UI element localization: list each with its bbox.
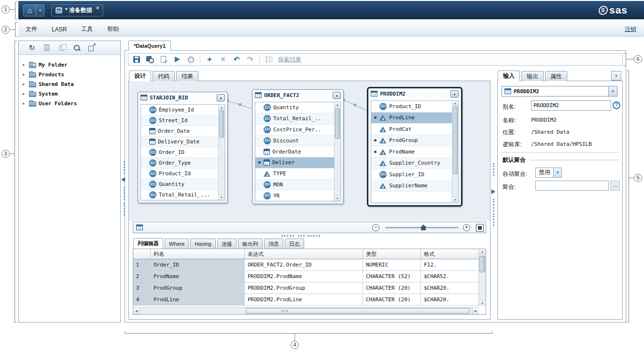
add-table-button[interactable] [205,55,214,64]
grid-cell-name[interactable]: ProdName [151,271,245,282]
scroll-right-icon[interactable] [472,308,479,314]
scroll-down-icon[interactable] [479,300,486,306]
grid-cell-name[interactable]: ProdGroup [151,282,245,294]
schedule-button[interactable] [186,55,195,64]
column-row[interactable]: Street_Id [141,115,224,126]
menu-file[interactable]: 文件 [18,22,44,36]
column-row[interactable]: ProdGroup [371,135,458,147]
grid-header-name[interactable]: 列名 [151,249,245,259]
table-node-header[interactable]: ORDER_FACT2 [252,90,343,100]
collapse-node-button[interactable] [450,90,459,98]
explore-results-link[interactable]: 探索结果 [278,56,301,64]
column-row[interactable]: ProdName [371,146,458,158]
export-button[interactable] [87,43,96,52]
redo-button[interactable] [246,55,254,64]
splitter-handle[interactable] [493,199,494,211]
grid-cell-format[interactable]: F12. [421,259,479,271]
column-row[interactable]: CostPrice_Per.. [255,125,340,136]
grid-cell-expression[interactable]: ORDER_FACT2.Order_ID [245,259,363,271]
column-row[interactable]: ProdCat [371,124,458,135]
column-row-selected[interactable]: ProdLine [371,112,458,124]
search-button[interactable] [72,43,81,52]
aggregation-input[interactable] [535,181,609,191]
save-as-button[interactable] [146,55,154,64]
collapse-node-button[interactable] [217,94,225,101]
chevron-down-icon[interactable] [553,168,561,177]
tab-join[interactable]: 连接 [217,239,237,249]
grid-cell-type[interactable]: CHARACTER (20) [363,282,421,294]
scroll-down-icon[interactable] [335,196,340,201]
auto-aggregation-dropdown[interactable]: 禁用 [535,168,562,178]
grid-scrollbar-horizontal[interactable] [133,307,479,314]
save-button[interactable] [132,55,141,64]
table-node-header[interactable]: PRODDIM2 [368,88,461,99]
scroll-thumb[interactable] [453,107,458,174]
grid-header-type[interactable]: 类型 [363,249,421,259]
tab-column-editor[interactable]: 列编辑器 [133,238,163,249]
grid-row[interactable]: 4 ProdLine PRODDIM2.ProdLine CHARACTER (… [133,294,486,306]
home-button[interactable] [23,4,36,16]
column-row[interactable]: Supplier_Country [371,158,458,169]
column-row[interactable]: MON [255,180,340,191]
scroll-down-icon[interactable] [219,195,224,200]
tab-log[interactable]: 日志 [285,239,304,249]
undo-button[interactable] [232,55,241,64]
tab-where[interactable]: Where [165,239,189,249]
tab-input[interactable]: 输入 [498,70,520,81]
panel-menu-button[interactable] [611,71,621,81]
column-row[interactable]: Order_Date [141,126,224,137]
menu-lasr[interactable]: LASR [44,22,74,36]
scroll-thumb[interactable] [246,308,470,314]
tab-having[interactable]: Having [190,239,215,249]
grid-cell-expression[interactable]: PRODDIM2.ProdLine [245,294,363,306]
scroll-thumb[interactable] [479,256,485,272]
column-row[interactable]: Delivery_Date [141,137,224,147]
grid-cell-type[interactable]: CHARACTER (52) [363,271,421,282]
tab-code[interactable]: 代码 [153,71,175,81]
scrollbar-vertical[interactable] [334,102,340,201]
grid-cell-type[interactable]: NUMERIC [363,259,421,271]
aggregation-browse-button[interactable]: ... [610,181,620,191]
grid-cell-name[interactable]: ProdLine [151,294,245,306]
grid-row[interactable]: 1 Order_ID ORDER_FACT2.Order_ID NUMERIC … [133,259,486,271]
zoom-in-button[interactable] [463,224,470,231]
grid-cell-expression[interactable]: PRODDIM2.ProdGroup [245,282,363,294]
grid-cell-type[interactable]: CHARACTER (20) [363,294,421,306]
column-row[interactable]: Order_ID [141,147,224,158]
column-row[interactable]: SupplierName [371,181,458,192]
scroll-thumb[interactable] [219,111,224,138]
column-row[interactable]: Order_Type [141,158,224,168]
grid-header-expression[interactable]: 表达式 [245,249,363,259]
column-row[interactable]: Product_ID [371,101,458,112]
scroll-left-icon[interactable] [133,308,140,314]
close-tab-icon[interactable]: × [96,5,99,11]
splitter-handle[interactable] [298,235,305,237]
column-row[interactable]: OrderDate [255,146,340,157]
tree-item-user-folders[interactable]: User Folders [23,98,120,108]
expand-arrow-icon[interactable] [23,82,27,86]
delete-button[interactable] [42,43,51,52]
document-tab-dataquery1[interactable]: *DataQuery1 [128,41,171,51]
splitter-handle[interactable] [124,161,125,174]
expand-arrow-icon[interactable] [23,91,27,96]
menu-help[interactable]: 帮助 [100,22,126,36]
splitter-handle[interactable] [493,213,494,226]
grid-scrollbar-vertical[interactable] [478,249,486,306]
scrollbar-vertical[interactable] [218,105,224,200]
scroll-down-icon[interactable] [452,197,458,202]
scrollbar-vertical[interactable] [452,101,458,202]
grid-row[interactable]: 3 ProdGroup PRODDIM2.ProdGroup CHARACTER… [133,282,486,294]
tree-item-my-folder[interactable]: My Folder [23,60,120,70]
collapse-node-button[interactable] [333,92,341,99]
grid-row[interactable]: 2 ProdName PRODDIM2.ProdName CHARACTER (… [133,271,486,282]
tree-item-system[interactable]: System [23,89,120,98]
column-row[interactable]: Total_Retail_... [141,190,224,200]
column-row[interactable]: YR [255,190,340,201]
refresh-button[interactable] [28,43,36,52]
table-node-proddim2[interactable]: PRODDIM2 Product_ID ProdLine ProdCat Pro… [367,87,462,207]
tree-item-products[interactable]: Products [23,70,120,79]
table-node-header[interactable]: STARJOIN_BID [138,92,227,103]
grid-cell-format[interactable]: $CHAR20. [421,282,479,294]
expand-arrow-icon[interactable] [23,101,27,106]
grid-cell-format[interactable]: $CHAR20. [421,294,479,306]
